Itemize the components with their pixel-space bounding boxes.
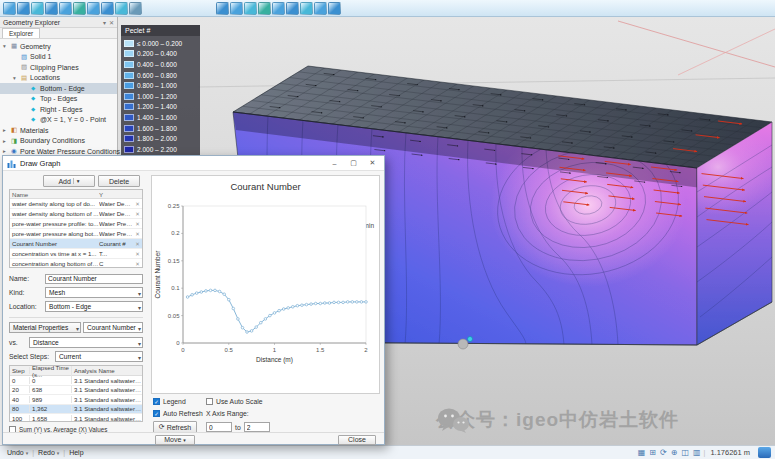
svg-text:1.5: 1.5 bbox=[316, 347, 325, 353]
undo-button[interactable]: Undo▾ bbox=[4, 447, 31, 458]
x-range-inputs: to bbox=[206, 422, 270, 432]
x-range-from-input[interactable] bbox=[206, 422, 232, 432]
dialog-titlebar[interactable]: Draw Graph – ▢ ✕ bbox=[3, 156, 384, 171]
x-range-to-input[interactable] bbox=[244, 422, 270, 432]
top-view-icon[interactable] bbox=[314, 2, 327, 15]
remove-graph-icon[interactable]: ✕ bbox=[133, 231, 142, 237]
tree-item-clipping-planes[interactable]: ▨Clipping Planes bbox=[0, 62, 117, 73]
close-icon[interactable]: ✕ bbox=[109, 19, 114, 26]
svg-text:2: 2 bbox=[364, 347, 368, 353]
isometric-view-icon[interactable] bbox=[328, 2, 341, 15]
vs-select[interactable]: Distance bbox=[29, 337, 143, 348]
boundary-conditions-icon: ◨ bbox=[11, 138, 20, 145]
expander-icon[interactable]: ▾ bbox=[13, 75, 21, 81]
table-row[interactable]: 206383.1 Standard saltwater int... bbox=[10, 386, 142, 396]
delete-button[interactable]: Delete bbox=[98, 175, 140, 187]
move-button[interactable]: Move▾ bbox=[155, 435, 195, 445]
location-icon: ◆ bbox=[31, 117, 40, 123]
pore-water-icon: ◉ bbox=[11, 148, 20, 155]
grid-toggle-icon[interactable]: ⊞ bbox=[649, 448, 656, 457]
layout-view-icon[interactable]: ▥ bbox=[693, 448, 701, 457]
export-icon[interactable] bbox=[73, 2, 86, 15]
steps-select[interactable]: Current bbox=[55, 351, 143, 362]
use-auto-scale-checkbox[interactable] bbox=[206, 398, 213, 405]
orbit-icon[interactable] bbox=[286, 2, 299, 15]
new-icon[interactable] bbox=[3, 2, 16, 15]
remove-graph-icon[interactable]: ✕ bbox=[133, 251, 142, 257]
tree-item-locations[interactable]: ▾▤Locations bbox=[0, 73, 117, 84]
remove-graph-icon[interactable]: ✕ bbox=[133, 221, 142, 227]
expander-icon[interactable]: ▸ bbox=[3, 138, 11, 144]
open-icon[interactable] bbox=[17, 2, 30, 15]
zoom-out-icon[interactable] bbox=[258, 2, 271, 15]
location-select[interactable]: Bottom - Edge bbox=[45, 301, 143, 312]
save-all-icon[interactable] bbox=[45, 2, 58, 15]
geometry-tree: ▾▦Geometry ▧Solid 1 ▨Clipping Planes ▾▤L… bbox=[0, 39, 117, 157]
remove-graph-icon[interactable]: ✕ bbox=[133, 201, 142, 207]
expander-icon[interactable]: ▾ bbox=[3, 43, 11, 49]
point-marker[interactable] bbox=[468, 337, 473, 342]
property-select[interactable]: Courant Number bbox=[83, 322, 143, 333]
table-row[interactable]: 1001,6583.1 Standard saltwater int... bbox=[10, 414, 142, 422]
divider bbox=[9, 317, 143, 318]
redo-icon[interactable] bbox=[115, 2, 128, 15]
remove-graph-icon[interactable]: ✕ bbox=[133, 261, 142, 267]
graph-list: Name Y water density along top of do...W… bbox=[9, 189, 143, 268]
close-icon[interactable]: ✕ bbox=[365, 159, 380, 167]
auto-refresh-checkbox[interactable]: ✓ bbox=[153, 410, 160, 417]
pin-icon[interactable]: ▾ bbox=[103, 19, 106, 26]
tree-item-materials[interactable]: ▸◧Materials bbox=[0, 125, 117, 136]
legend-checkbox[interactable]: ✓ bbox=[153, 398, 160, 405]
graph-list-row-selected[interactable]: Courant NumberCourant #✕ bbox=[10, 239, 142, 249]
remove-graph-icon[interactable]: ✕ bbox=[133, 211, 142, 217]
print-icon[interactable] bbox=[87, 2, 100, 15]
table-row[interactable]: 003.1 Standard saltwater int... bbox=[10, 376, 142, 386]
expander-icon[interactable]: ▸ bbox=[3, 148, 11, 154]
front-view-icon[interactable] bbox=[300, 2, 313, 15]
tree-item-bottom-edge[interactable]: ◆Bottom - Edge bbox=[0, 83, 117, 94]
add-view-icon[interactable]: ⊕ bbox=[671, 448, 678, 457]
graph-list-row[interactable]: concentration along bottom of ...C✕ bbox=[10, 259, 142, 268]
pan-icon[interactable] bbox=[272, 2, 285, 15]
graph-list-row[interactable]: water density along bottom of ...Water D… bbox=[10, 209, 142, 219]
table-row[interactable]: 409893.1 Standard saltwater int... bbox=[10, 395, 142, 405]
tree-item-boundary-conditions[interactable]: ▸◨Boundary Conditions bbox=[0, 136, 117, 147]
sphere-marker[interactable] bbox=[458, 339, 468, 349]
undo-icon[interactable] bbox=[101, 2, 114, 15]
split-view-icon[interactable]: ◫ bbox=[681, 448, 689, 457]
remove-graph-icon[interactable]: ✕ bbox=[133, 241, 142, 247]
minimize-icon[interactable]: – bbox=[327, 160, 342, 167]
app-badge-icon[interactable] bbox=[758, 447, 771, 458]
import-icon[interactable] bbox=[59, 2, 72, 15]
save-icon[interactable] bbox=[31, 2, 44, 15]
zoom-in-icon[interactable] bbox=[244, 2, 257, 15]
refresh-view-icon[interactable]: ⟳ bbox=[660, 448, 667, 457]
contour-legend-panel[interactable]: Peclet # ≤ 0.000 – 0.200 0.200 – 0.400 0… bbox=[121, 25, 200, 158]
tree-item-geometry[interactable]: ▾▦Geometry bbox=[0, 41, 117, 52]
add-button[interactable]: Add ▾ bbox=[43, 175, 95, 187]
graph-list-row[interactable]: concentration vs time at x = 1...T...✕ bbox=[10, 249, 142, 259]
kind-select[interactable]: Mesh bbox=[45, 287, 143, 298]
expander-icon[interactable]: ▸ bbox=[3, 127, 11, 133]
table-row-selected[interactable]: 801,3623.1 Standard saltwater int... bbox=[10, 405, 142, 415]
maximize-icon[interactable]: ▢ bbox=[346, 159, 361, 167]
settings-icon[interactable] bbox=[129, 2, 142, 15]
property-group-select[interactable]: Material Properties bbox=[9, 322, 81, 333]
tab-explorer[interactable]: Explorer bbox=[2, 28, 40, 38]
redo-button[interactable]: Redo▾ bbox=[35, 447, 62, 458]
zoom-window-icon[interactable] bbox=[230, 2, 243, 15]
chevron-down-icon[interactable]: ▾ bbox=[73, 178, 80, 184]
tree-item-solid-1[interactable]: ▧Solid 1 bbox=[0, 52, 117, 63]
name-input[interactable] bbox=[45, 274, 143, 284]
graph-list-row[interactable]: pore-water pressure along bot...Water Pr… bbox=[10, 229, 142, 239]
tree-item-right-edges[interactable]: ◆Right - Edges bbox=[0, 104, 117, 115]
zoom-extents-icon[interactable] bbox=[216, 2, 229, 15]
tree-item-top-edges[interactable]: ◆Top - Edges bbox=[0, 94, 117, 105]
tree-item-point[interactable]: ◆@X = 1, Y = 0 - Point bbox=[0, 115, 117, 126]
graph-list-row[interactable]: water density along top of do...Water De… bbox=[10, 199, 142, 209]
geometry-icon: ▦ bbox=[11, 43, 20, 50]
close-button[interactable]: Close bbox=[338, 435, 376, 445]
graph-list-row[interactable]: pore-water pressure profile: to...Water … bbox=[10, 219, 142, 229]
help-button[interactable]: Help bbox=[66, 447, 86, 458]
fit-view-icon[interactable]: ▦ bbox=[638, 448, 646, 457]
